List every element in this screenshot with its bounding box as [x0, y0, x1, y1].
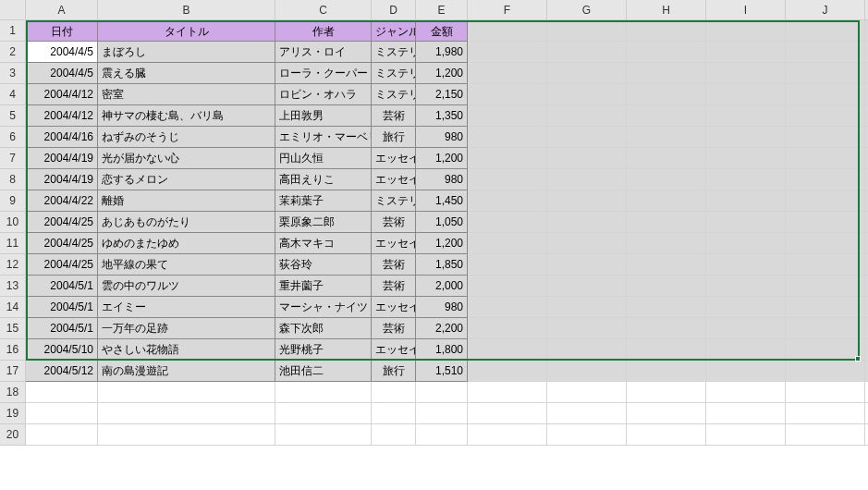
header-cell[interactable]: 日付 [26, 20, 98, 42]
data-cell[interactable]: ミステリー [372, 63, 416, 84]
empty-cell[interactable] [547, 424, 627, 446]
empty-cell[interactable] [468, 212, 547, 233]
empty-cell[interactable] [627, 297, 706, 318]
empty-cell[interactable] [706, 63, 786, 84]
empty-cell[interactable] [706, 212, 786, 233]
empty-cell[interactable] [627, 318, 706, 339]
data-cell[interactable]: エミリオ・マーベリン [275, 127, 372, 148]
empty-cell[interactable] [627, 233, 706, 254]
empty-cell[interactable] [786, 276, 865, 297]
row-header-15[interactable]: 15 [0, 318, 26, 339]
empty-cell[interactable] [275, 382, 372, 403]
data-cell[interactable]: 芸術 [372, 212, 416, 233]
data-cell[interactable]: 2004/4/22 [26, 190, 98, 212]
column-header-B[interactable]: B [98, 0, 275, 20]
select-all-corner[interactable] [0, 0, 26, 20]
empty-cell[interactable] [416, 403, 468, 424]
empty-cell[interactable] [547, 84, 627, 105]
empty-cell[interactable] [706, 105, 786, 127]
empty-cell[interactable] [786, 212, 865, 233]
empty-cell[interactable] [627, 127, 706, 148]
empty-cell[interactable] [627, 276, 706, 297]
empty-cell[interactable] [786, 403, 865, 424]
data-cell[interactable]: 2004/4/25 [26, 233, 98, 254]
data-cell[interactable]: 茉莉葉子 [275, 190, 372, 212]
empty-cell[interactable] [786, 382, 865, 403]
empty-cell[interactable] [627, 84, 706, 105]
header-cell[interactable]: 金額 [416, 20, 468, 42]
empty-cell[interactable] [627, 254, 706, 276]
empty-cell[interactable] [706, 382, 786, 403]
header-cell[interactable]: タイトル [98, 20, 275, 42]
empty-cell[interactable] [706, 169, 786, 190]
empty-cell[interactable] [706, 148, 786, 169]
empty-cell[interactable] [468, 63, 547, 84]
empty-cell[interactable] [468, 233, 547, 254]
data-cell[interactable]: 2004/5/12 [26, 361, 98, 382]
empty-cell[interactable] [547, 339, 627, 361]
empty-cell[interactable] [627, 403, 706, 424]
empty-cell[interactable] [627, 190, 706, 212]
data-cell[interactable]: アリス・ロイ [275, 42, 372, 63]
empty-cell[interactable] [706, 233, 786, 254]
empty-cell[interactable] [468, 361, 547, 382]
row-header-2[interactable]: 2 [0, 42, 26, 63]
data-cell[interactable]: 上田敦男 [275, 105, 372, 127]
row-header-14[interactable]: 14 [0, 297, 26, 318]
data-cell[interactable]: 円山久恒 [275, 148, 372, 169]
empty-cell[interactable] [468, 424, 547, 446]
column-header-H[interactable]: H [627, 0, 706, 20]
data-cell[interactable]: エッセイ [372, 233, 416, 254]
empty-cell[interactable] [468, 127, 547, 148]
empty-cell[interactable] [547, 20, 627, 42]
data-cell[interactable]: ねずみのそうじ [98, 127, 275, 148]
spreadsheet-grid[interactable]: ABCDEFGHIJK1日付タイトル作者ジャンル金額22004/4/5まぼろしア… [0, 0, 868, 446]
data-cell[interactable]: 2004/5/1 [26, 276, 98, 297]
data-cell[interactable]: 2004/4/12 [26, 105, 98, 127]
data-cell[interactable]: 高木マキコ [275, 233, 372, 254]
data-cell[interactable]: 芸術 [372, 276, 416, 297]
empty-cell[interactable] [786, 339, 865, 361]
empty-cell[interactable] [416, 382, 468, 403]
header-cell[interactable]: 作者 [275, 20, 372, 42]
empty-cell[interactable] [627, 212, 706, 233]
empty-cell[interactable] [372, 382, 416, 403]
data-cell[interactable]: 980 [416, 127, 468, 148]
data-cell[interactable]: エッセイ [372, 339, 416, 361]
empty-cell[interactable] [627, 42, 706, 63]
empty-cell[interactable] [547, 254, 627, 276]
data-cell[interactable]: 1,980 [416, 42, 468, 63]
data-cell[interactable]: 2004/5/1 [26, 318, 98, 339]
data-cell[interactable]: 1,200 [416, 63, 468, 84]
empty-cell[interactable] [468, 148, 547, 169]
column-header-A[interactable]: A [26, 0, 98, 20]
data-cell[interactable]: 1,450 [416, 190, 468, 212]
empty-cell[interactable] [627, 105, 706, 127]
empty-cell[interactable] [372, 403, 416, 424]
data-cell[interactable]: ミステリー [372, 190, 416, 212]
row-header-19[interactable]: 19 [0, 403, 26, 424]
row-header-10[interactable]: 10 [0, 212, 26, 233]
empty-cell[interactable] [786, 148, 865, 169]
data-cell[interactable]: エイミー [98, 297, 275, 318]
empty-cell[interactable] [547, 42, 627, 63]
row-header-9[interactable]: 9 [0, 190, 26, 212]
data-cell[interactable]: 高田えりこ [275, 169, 372, 190]
data-cell[interactable]: ミステリー [372, 42, 416, 63]
empty-cell[interactable] [547, 212, 627, 233]
data-cell[interactable]: 重井薗子 [275, 276, 372, 297]
empty-cell[interactable] [468, 105, 547, 127]
data-cell[interactable]: 2004/4/5 [26, 63, 98, 84]
data-cell[interactable]: ロビン・オハラ [275, 84, 372, 105]
data-cell[interactable]: 1,850 [416, 254, 468, 276]
column-header-I[interactable]: I [706, 0, 786, 20]
data-cell[interactable]: 旅行 [372, 361, 416, 382]
empty-cell[interactable] [786, 127, 865, 148]
row-header-6[interactable]: 6 [0, 127, 26, 148]
empty-cell[interactable] [468, 84, 547, 105]
data-cell[interactable]: 南の島漫遊記 [98, 361, 275, 382]
empty-cell[interactable] [786, 42, 865, 63]
row-header-16[interactable]: 16 [0, 339, 26, 361]
data-cell[interactable]: 震える臓 [98, 63, 275, 84]
data-cell[interactable]: 1,200 [416, 233, 468, 254]
